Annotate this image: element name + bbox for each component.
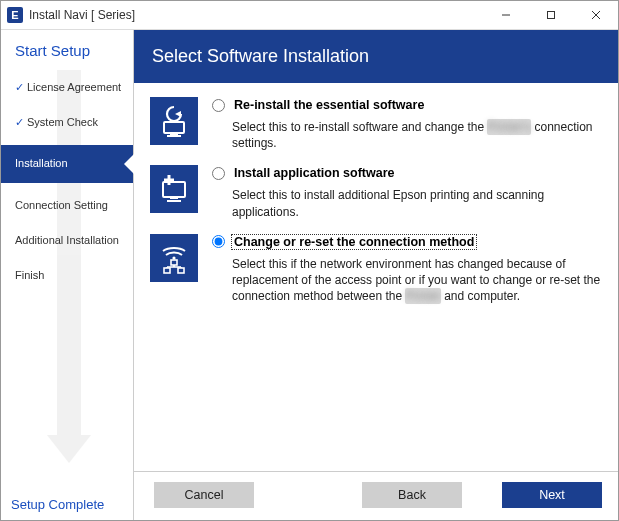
svg-rect-5 [170,133,178,135]
option-title-row[interactable]: Re-install the essential software [212,97,602,113]
option-title-label: Re-install the essential software [231,97,427,113]
back-button[interactable]: Back [362,482,462,508]
option-body: Re-install the essential softwareSelect … [212,97,602,151]
option-title-row[interactable]: Change or re-set the connection method [212,234,602,250]
svg-rect-8 [163,182,185,197]
svg-point-13 [172,256,175,259]
maximize-button[interactable] [528,1,573,30]
sidebar-step-label: Installation [15,157,68,169]
main-panel: Select Software Installation Re-install … [134,30,618,520]
window-controls [483,1,618,30]
minimize-button[interactable] [483,1,528,30]
options-list: Re-install the essential softwareSelect … [134,83,618,471]
option-body: Install application softwareSelect this … [212,165,602,219]
sidebar-step-label: License Agreement [27,81,121,93]
sidebar-start-label: Start Setup [1,30,133,65]
option-radio-connection[interactable] [212,235,225,248]
install-option-apps: Install application softwareSelect this … [150,165,602,219]
reinstall-icon [150,97,198,145]
title-bar: E Install Navi [ Series] [1,1,618,30]
check-icon: ✓ [15,81,25,94]
option-description: Select this to re-install software and c… [212,119,602,151]
footer: Cancel Back Next [134,471,618,520]
svg-marker-7 [175,111,181,117]
svg-rect-6 [167,135,181,137]
connection-icon [150,234,198,282]
option-description: Select this to install additional Epson … [212,187,602,219]
sidebar-step-label: Additional Installation [15,234,119,246]
next-button[interactable]: Next [502,482,602,508]
redacted-text: Printer's [487,119,531,135]
svg-rect-1 [547,12,554,19]
option-title-label: Change or re-set the connection method [231,234,477,250]
sidebar-complete-label: Setup Complete [11,497,104,512]
svg-rect-14 [171,260,177,265]
svg-rect-9 [170,197,178,199]
installer-window: E Install Navi [ Series] Start Setup [0,0,619,521]
install-option-connection: Change or re-set the connection methodSe… [150,234,602,305]
svg-rect-10 [167,200,181,202]
sidebar-step-label: Connection Setting [15,199,108,211]
install-option-reinstall: Re-install the essential softwareSelect … [150,97,602,151]
sidebar-step: Connection Setting [1,193,133,218]
close-button[interactable] [573,1,618,30]
sidebar-step-label: Finish [15,269,44,281]
sidebar-step: Installation [1,145,133,182]
sidebar-step: ✓License Agreement [1,75,133,100]
sidebar-step: Finish [1,263,133,288]
cancel-button[interactable]: Cancel [154,482,254,508]
svg-rect-16 [178,268,184,273]
check-icon: ✓ [15,116,25,129]
app-icon: E [7,7,23,23]
option-radio-apps[interactable] [212,167,225,180]
page-title: Select Software Installation [134,30,618,83]
option-body: Change or re-set the connection methodSe… [212,234,602,305]
apps-icon [150,165,198,213]
svg-rect-4 [164,122,184,133]
window-title: Install Navi [ Series] [29,8,135,22]
redacted-text: Printer [405,288,440,304]
sidebar-steps: ✓License Agreement✓System CheckInstallat… [1,75,133,288]
option-radio-reinstall[interactable] [212,99,225,112]
sidebar: Start Setup ✓License Agreement✓System Ch… [1,30,134,520]
option-title-row[interactable]: Install application software [212,165,602,181]
option-description: Select this if the network environment h… [212,256,602,305]
sidebar-step: ✓System Check [1,110,133,135]
option-title-label: Install application software [231,165,397,181]
sidebar-step: Additional Installation [1,228,133,253]
svg-rect-15 [164,268,170,273]
sidebar-step-label: System Check [27,116,98,128]
